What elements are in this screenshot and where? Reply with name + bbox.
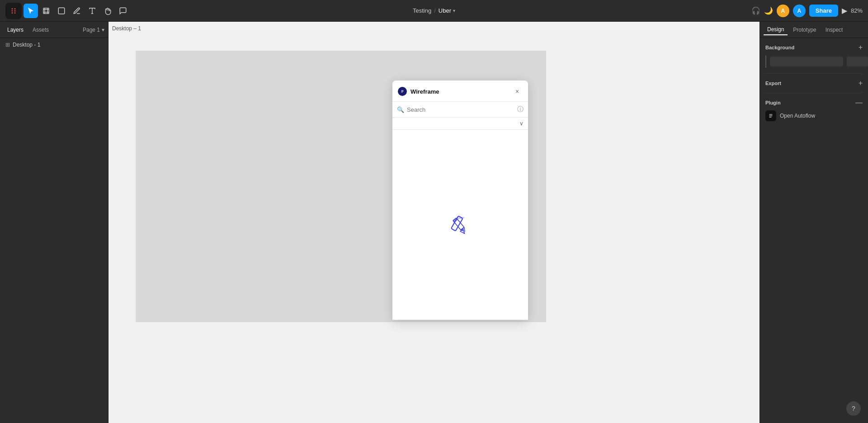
breadcrumb-separator: / [434, 7, 436, 14]
file-name-chevron: ▾ [453, 8, 455, 13]
tab-prototype[interactable]: Prototype [789, 25, 820, 35]
export-section: Export + [765, 79, 863, 87]
wireframe-close-button[interactable]: × [512, 86, 523, 97]
right-panel: Design Prototype Inspect Background + F5… [760, 22, 868, 423]
plugin-section: Plugin — Open Autoflow [765, 99, 863, 121]
avatar-1[interactable]: A [777, 5, 789, 17]
background-color-input[interactable]: F5F5F5 [770, 57, 843, 67]
shape-tool[interactable] [54, 4, 69, 18]
wireframe-search-row: 🔍 ⓘ [392, 102, 528, 118]
hand-tool[interactable] [100, 4, 115, 18]
topbar-right: 🎧 🌙 A A Share ▶ 82% [751, 5, 863, 17]
frame-tool[interactable] [39, 4, 53, 18]
background-color-swatch[interactable] [765, 55, 766, 68]
tab-layers[interactable]: Layers [4, 25, 27, 35]
background-color-row: F5F5F5 100% 👁 [765, 55, 863, 68]
background-section-header: Background + [765, 43, 863, 52]
wireframe-modal-header: Wireframe × [392, 81, 528, 102]
wireframe-info-icon[interactable]: ⓘ [517, 105, 524, 114]
plugin-autoflow-icon [765, 110, 776, 121]
project-name: Testing [413, 7, 431, 14]
left-panel: Layers Assets Page 1 ▾ ⊞ Desktop - 1 [0, 22, 108, 423]
wireframe-modal: Wireframe × 🔍 ⓘ ∨ [392, 81, 528, 320]
wireframe-dropdown-chevron[interactable]: ∨ [519, 120, 524, 127]
divider-2 [765, 93, 863, 93]
page-selector[interactable]: Page 1 ▾ [83, 27, 104, 33]
frame-label: Desktop – 1 [112, 25, 141, 32]
wireframe-plugin-icon [398, 87, 407, 96]
pen-tool[interactable] [70, 4, 84, 18]
help-button[interactable]: ? [846, 401, 861, 416]
plugin-remove-button[interactable]: — [855, 99, 863, 107]
share-button[interactable]: Share [809, 5, 838, 17]
plugin-row: Open Autoflow [765, 110, 863, 121]
background-add-button[interactable]: + [859, 43, 863, 52]
comment-tool[interactable] [116, 4, 130, 18]
headphone-icon: 🎧 [751, 6, 760, 15]
layer-item[interactable]: ⊞ Desktop - 1 [0, 40, 108, 50]
pencil-container [449, 214, 471, 236]
tools-group [24, 4, 130, 18]
wireframe-dropdown-row: ∨ [392, 118, 528, 130]
tab-assets[interactable]: Assets [29, 25, 52, 35]
wireframe-search-input[interactable] [407, 106, 514, 113]
background-section-title: Background [765, 45, 794, 50]
sun-icon: 🌙 [764, 6, 773, 15]
left-panel-tabs: Layers Assets Page 1 ▾ [0, 22, 108, 38]
svg-rect-5 [58, 8, 65, 14]
wireframe-title: Wireframe [398, 87, 439, 96]
plugin-section-title: Plugin [765, 100, 781, 105]
topbar-left [5, 3, 130, 19]
layer-frame-icon: ⊞ [5, 42, 10, 48]
zoom-level[interactable]: 82% [851, 7, 863, 14]
avatar-2[interactable]: A [793, 5, 806, 17]
main-layout: Layers Assets Page 1 ▾ ⊞ Desktop - 1 Des… [0, 22, 868, 423]
export-section-title: Export [765, 81, 781, 86]
wireframe-body [392, 130, 528, 320]
export-add-button[interactable]: + [859, 79, 863, 87]
canvas-area[interactable]: Desktop – 1 Wireframe × 🔍 [108, 22, 760, 423]
wireframe-title-text: Wireframe [410, 88, 439, 95]
export-section-header: Export + [765, 79, 863, 87]
text-tool[interactable] [85, 4, 99, 18]
pencil-icon [449, 214, 471, 236]
svg-rect-0 [43, 8, 49, 14]
tab-design[interactable]: Design [764, 24, 788, 35]
select-tool[interactable] [24, 4, 38, 18]
plugin-section-header: Plugin — [765, 99, 863, 107]
right-panel-tabs: Design Prototype Inspect [760, 22, 868, 38]
background-opacity-input[interactable]: 100% [847, 57, 868, 67]
layers-list: ⊞ Desktop - 1 [0, 38, 108, 423]
file-name[interactable]: Uber ▾ [439, 7, 455, 14]
play-button[interactable]: ▶ [842, 6, 847, 15]
topbar: Testing / Uber ▾ 🎧 🌙 A A Share ▶ 82% [0, 0, 868, 22]
menu-button[interactable] [5, 3, 22, 19]
divider-1 [765, 73, 863, 74]
tab-inspect[interactable]: Inspect [822, 25, 847, 35]
right-panel-content: Background + F5F5F5 100% 👁 Export + [760, 38, 868, 423]
page-selector-chevron: ▾ [102, 27, 104, 33]
wireframe-search-icon: 🔍 [397, 106, 404, 113]
plugin-name: Open Autoflow [780, 113, 863, 119]
breadcrumb: Testing / Uber ▾ [413, 7, 455, 14]
